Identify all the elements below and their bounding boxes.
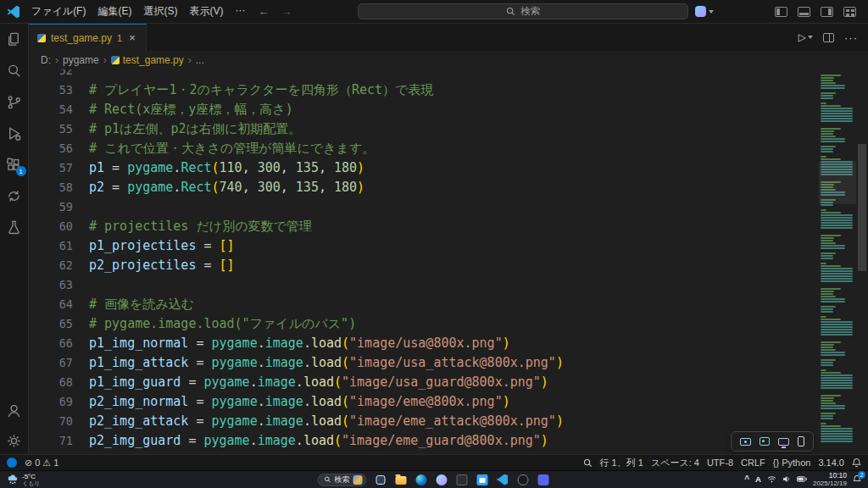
taskbar-app-copilot[interactable] (434, 472, 449, 487)
activity-accounts[interactable] (4, 400, 25, 420)
minimap-viewport[interactable] (819, 162, 856, 204)
line-number[interactable]: 59 (29, 197, 73, 217)
code-line[interactable]: 58p2 = pygame.Rect(740, 300, 135, 180) (29, 178, 819, 197)
breadcrumb-item[interactable]: test_game.py (111, 54, 184, 66)
taskbar-search[interactable]: 検索 (318, 474, 367, 486)
notification-center[interactable]: 2 (853, 474, 861, 484)
code-line[interactable]: 71p2_img_guard = pygame.image.load("imag… (29, 431, 819, 451)
menu-item-1[interactable]: 編集(E) (92, 2, 137, 21)
customize-layout-icon[interactable] (843, 7, 856, 17)
activity-source-control[interactable] (4, 92, 25, 112)
activity-search[interactable] (4, 60, 25, 80)
line-number[interactable]: 68 (29, 373, 73, 392)
line-number[interactable]: 70 (29, 412, 73, 431)
breadcrumb-item[interactable]: D: (41, 54, 51, 66)
code-line[interactable]: 53# プレイヤー1・2のキャラクターを四角形（Rect）で表現 (29, 80, 819, 100)
toggle-secondary-sidebar-icon[interactable] (821, 7, 833, 17)
menu-item-4[interactable]: ··· (229, 2, 251, 21)
network-icon[interactable] (767, 475, 776, 483)
code-line[interactable]: 62p2_projectiles = [] (29, 256, 819, 275)
menu-item-2[interactable]: 選択(S) (137, 2, 183, 21)
activity-extensions[interactable]: 1 (4, 154, 25, 175)
volume-icon[interactable] (782, 475, 791, 483)
code-line[interactable]: 64# 画像を読み込む (29, 295, 819, 314)
taskbar-app-edge[interactable] (414, 472, 429, 487)
line-number[interactable]: 52 (29, 69, 73, 80)
code-line[interactable]: 57p1 = pygame.Rect(110, 300, 135, 180) (29, 158, 819, 178)
taskbar-app-terminal[interactable] (454, 472, 470, 487)
line-number[interactable]: 63 (29, 275, 73, 295)
eol-sequence[interactable]: CRLF (741, 458, 765, 468)
code-line[interactable]: 54# Rect(x座標，y座標，幅，高さ) (29, 100, 819, 119)
notifications-bell-icon[interactable] (852, 458, 861, 468)
code-line[interactable]: 65# pygame.image.load("ファイルのパス") (29, 314, 819, 334)
taskbar-app-vscode[interactable] (495, 472, 510, 487)
image-icon[interactable] (760, 437, 770, 446)
tab-test-game-py[interactable]: test_game.py 1 × (29, 24, 147, 51)
line-number[interactable]: 57 (29, 158, 73, 178)
taskbar-app-obs[interactable] (515, 472, 531, 487)
taskbar-app-store[interactable] (475, 472, 490, 487)
toggle-panel-icon[interactable] (798, 7, 810, 17)
search-command-center[interactable]: 検索 (358, 3, 688, 19)
line-number[interactable]: 65 (29, 314, 73, 334)
ime-indicator[interactable]: A (755, 474, 761, 484)
code-line[interactable]: 55# p1は左側、p2は右側に初期配置。 (29, 119, 819, 139)
python-interpreter-version[interactable]: 3.14.0 (818, 458, 844, 468)
line-number[interactable]: 55 (29, 119, 73, 139)
weather-widget[interactable]: -5°C くもり (0, 474, 41, 486)
menu-item-3[interactable]: 表示(V) (183, 2, 229, 21)
line-number[interactable]: 56 (29, 139, 73, 158)
close-tab-icon[interactable]: × (127, 31, 137, 44)
vertical-scrollbar[interactable] (856, 69, 868, 454)
breadcrumb-item[interactable]: ... (196, 54, 204, 66)
activity-sync[interactable] (4, 186, 25, 206)
camera-icon[interactable] (740, 438, 751, 446)
remote-indicator[interactable] (7, 458, 17, 468)
line-number[interactable]: 71 (29, 431, 73, 451)
taskbar-app-file-explorer[interactable] (393, 472, 409, 487)
activity-explorer[interactable] (4, 29, 25, 49)
menu-item-0[interactable]: ファイル(F) (25, 2, 92, 21)
monitor-icon[interactable] (778, 438, 789, 446)
line-number[interactable]: 72 (29, 451, 73, 454)
code-editor[interactable]: 5253# プレイヤー1・2のキャラクターを四角形（Rect）で表現54# Re… (29, 69, 819, 454)
nav-forward-icon[interactable]: → (275, 5, 297, 18)
taskbar-app-discord[interactable] (536, 472, 551, 487)
line-number[interactable]: 53 (29, 80, 73, 100)
code-line[interactable]: 56# これで位置・大きさの管理が簡単にできます。 (29, 139, 819, 158)
code-line[interactable]: 67p1_img_attack = pygame.image.load("ima… (29, 353, 819, 373)
code-line[interactable]: 70p2_img_attack = pygame.image.load("ima… (29, 412, 819, 431)
code-line[interactable]: 60# projectiles だけ別の変数で管理 (29, 217, 819, 236)
taskbar-app-task-view[interactable] (373, 472, 388, 487)
more-actions-icon[interactable]: ··· (844, 31, 858, 44)
clock[interactable]: 10:10 2025/12/19 (813, 472, 847, 488)
line-number[interactable]: 54 (29, 100, 73, 119)
code-line[interactable]: 61p1_projectiles = [] (29, 236, 819, 256)
encoding[interactable]: UTF-8 (707, 458, 733, 468)
run-python-file-button[interactable]: ▷ (798, 31, 813, 43)
activity-testing[interactable] (4, 217, 25, 237)
cursor-position[interactable]: 行 1、列 1 (600, 457, 643, 469)
language-mode[interactable]: {} Python (773, 458, 811, 468)
code-line[interactable]: 63 (29, 275, 819, 295)
nav-back-icon[interactable]: ← (253, 5, 274, 18)
code-line[interactable]: 69p2_img_normal = pygame.image.load("ima… (29, 392, 819, 412)
split-editor-icon[interactable] (823, 33, 834, 42)
code-line[interactable]: 52 (29, 69, 819, 80)
indentation[interactable]: スペース: 4 (651, 457, 699, 469)
code-line[interactable]: 66p1_img_normal = pygame.image.load("ima… (29, 334, 819, 353)
device-icon[interactable] (798, 436, 804, 446)
activity-run-debug[interactable] (4, 123, 25, 143)
line-number[interactable]: 64 (29, 295, 73, 314)
breadcrumb-item[interactable]: pygame (63, 54, 99, 66)
line-number[interactable]: 66 (29, 334, 73, 353)
hidden-icons-chevron[interactable]: ^ (744, 474, 749, 484)
line-number[interactable]: 62 (29, 256, 73, 275)
code-line[interactable]: 59 (29, 197, 819, 217)
problems-indicator[interactable]: ⊘ 0 ⚠ 1 (25, 458, 58, 469)
scrollbar-thumb[interactable] (858, 144, 866, 271)
minimap[interactable] (819, 69, 856, 454)
line-number[interactable]: 58 (29, 178, 73, 197)
line-number[interactable]: 60 (29, 217, 73, 236)
